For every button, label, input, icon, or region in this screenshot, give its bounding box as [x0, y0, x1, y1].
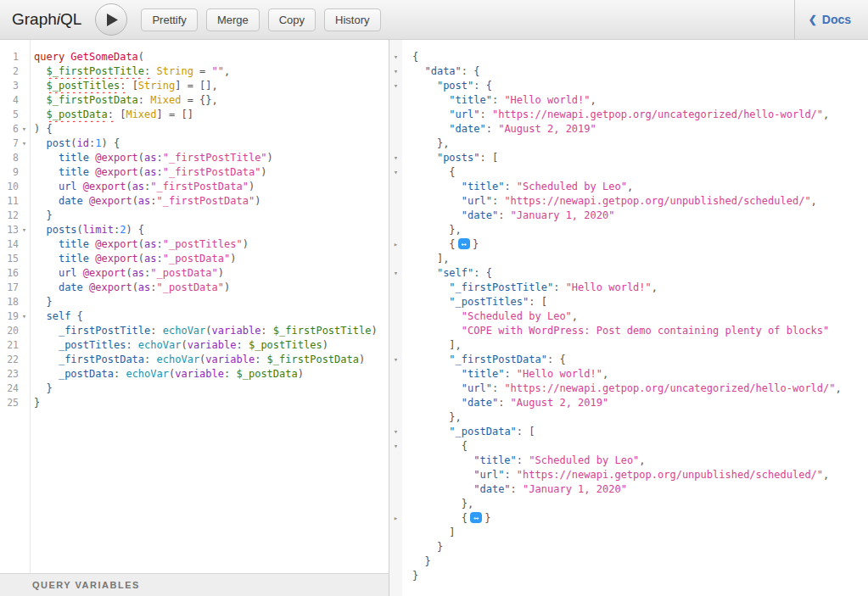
- token-v: $_postData: [236, 368, 297, 380]
- query-variables-bar[interactable]: QUERY VARIABLES: [0, 573, 389, 596]
- token-a: as: [132, 267, 144, 279]
- result-code-text: },: [402, 497, 868, 511]
- line-number: 2: [0, 64, 19, 79]
- fold-gutter-cell: [389, 209, 402, 223]
- token-a: as: [138, 281, 150, 293]
- fold-open-icon[interactable]: ▾: [389, 439, 402, 454]
- token-u: : {: [547, 354, 566, 365]
- fold-open-icon[interactable]: ▾: [389, 151, 402, 165]
- token-w: [412, 166, 449, 178]
- result-code-text: "title": "Scheduled by Leo",: [402, 454, 868, 468]
- token-u: :: [553, 281, 565, 293]
- token-w: [34, 296, 46, 308]
- fold-open-icon[interactable]: ▾: [389, 79, 402, 93]
- line-number: 16: [0, 266, 19, 281]
- fold-gutter-cell: [19, 353, 30, 367]
- token-w: [243, 339, 249, 351]
- line-number: 20: [0, 324, 19, 338]
- copy-button[interactable]: Copy: [268, 8, 316, 31]
- expand-collapsed-icon[interactable]: ↔: [470, 512, 482, 523]
- fold-gutter-cell: [19, 382, 30, 396]
- result-code-text: "self": {: [402, 266, 868, 281]
- token-q: echoVar: [157, 354, 200, 365]
- query-editor[interactable]: 1query GetSomeData(2 $_firstPostTitle: S…: [0, 40, 389, 573]
- token-u: ]: [449, 526, 455, 538]
- token-u: ): [243, 238, 249, 250]
- result-code-text: "title": "Hello world!",: [402, 93, 868, 108]
- result-line: ▾ "posts": [: [389, 151, 868, 165]
- editor-code-text: date @export(as:"_firstPostData"): [30, 194, 389, 209]
- token-val: "https://newapi.getpop.org/uncategorized…: [504, 382, 835, 394]
- query-variables-title: QUERY VARIABLES: [32, 580, 140, 590]
- fold-gutter-cell: [19, 252, 30, 266]
- fold-open-icon[interactable]: ▾: [389, 50, 402, 64]
- token-u: :: [511, 483, 523, 495]
- execute-query-button[interactable]: [95, 3, 127, 36]
- result-code-text: ],: [402, 338, 868, 353]
- result-line: ],: [389, 338, 868, 353]
- token-p: url: [59, 181, 77, 192]
- expand-collapsed-icon[interactable]: ↔: [458, 238, 470, 249]
- fold-gutter-cell: [389, 396, 402, 410]
- editor-line: 25}: [0, 396, 389, 410]
- token-u: (: [132, 195, 138, 207]
- fold-open-icon[interactable]: ▾: [19, 136, 30, 151]
- token-w: [412, 541, 437, 553]
- editor-line: 17 date @export(as:"_postData"): [0, 281, 389, 295]
- fold-gutter-cell: [389, 223, 402, 237]
- fold-gutter-cell: [389, 382, 402, 396]
- token-w: [34, 181, 59, 192]
- editor-line: 19▾ self {: [0, 309, 389, 324]
- editor-code-text: post(id:1) {: [30, 136, 389, 151]
- result-line: ▾ "self": {: [389, 266, 868, 281]
- editor-line: 22 _firstPostData: echoVar(variable: $_f…: [0, 353, 389, 367]
- fold-open-icon[interactable]: ▾: [389, 165, 402, 180]
- token-a: as: [138, 195, 150, 207]
- token-d: GetSomeData: [70, 51, 137, 63]
- history-button[interactable]: History: [324, 8, 380, 31]
- prettify-button[interactable]: Prettify: [141, 8, 197, 31]
- fold-open-icon[interactable]: ▾: [19, 223, 30, 237]
- fold-open-icon[interactable]: ▾: [19, 122, 30, 136]
- token-p: title: [59, 152, 89, 164]
- result-line: ▾ "_postData": [: [389, 425, 868, 439]
- result-code-text: "Scheduled by Leo",: [402, 309, 868, 324]
- editor-code-text: ) {: [30, 122, 389, 136]
- fold-gutter-cell: [389, 180, 402, 194]
- result-code-text: "url": "https://newapi.getpop.org/unpubl…: [402, 468, 868, 482]
- result-code-text: "posts": [: [402, 151, 868, 165]
- token-v: $_firstPostTitle: [273, 325, 372, 337]
- token-w: [412, 123, 449, 135]
- fold-closed-icon[interactable]: ▸: [389, 511, 402, 526]
- token-key: "_firstPostData": [449, 354, 547, 365]
- result-code-text: },: [402, 223, 868, 237]
- editor-code-text: $_postData: [Mixed] = []: [30, 108, 389, 122]
- editor-line: 16 url @export(as:"_postData"): [0, 266, 389, 281]
- token-u: :: [157, 253, 163, 265]
- editor-code-text: title @export(as:"_firstPostTitle"): [30, 151, 389, 165]
- token-u: (: [77, 224, 83, 236]
- token-w: [412, 368, 462, 380]
- token-w: [34, 368, 59, 380]
- fold-closed-icon[interactable]: ▸: [389, 237, 402, 252]
- token-u: : [: [479, 152, 498, 164]
- fold-open-icon[interactable]: ▾: [389, 266, 402, 281]
- docs-link[interactable]: ❮ Docs: [794, 0, 868, 39]
- editor-line: 3 $_postTitles: [String] = [],: [0, 79, 389, 93]
- token-val: "January 1, 2020": [523, 483, 627, 495]
- result-line: "title": "Hello world!",: [389, 367, 868, 382]
- token-u: :: [157, 166, 163, 178]
- fold-gutter-cell: [389, 468, 402, 482]
- fold-open-icon[interactable]: ▾: [389, 64, 402, 79]
- token-w: [412, 209, 462, 221]
- token-u: ): [322, 339, 328, 351]
- fold-open-icon[interactable]: ▾: [19, 309, 30, 324]
- fold-open-icon[interactable]: ▾: [389, 425, 402, 439]
- token-u: ,: [572, 310, 578, 322]
- merge-button[interactable]: Merge: [206, 8, 260, 31]
- token-u: ,: [823, 109, 829, 120]
- token-w: [412, 281, 449, 293]
- token-u: }: [34, 397, 40, 409]
- fold-gutter-cell: [389, 540, 402, 554]
- fold-open-icon[interactable]: ▾: [389, 353, 402, 367]
